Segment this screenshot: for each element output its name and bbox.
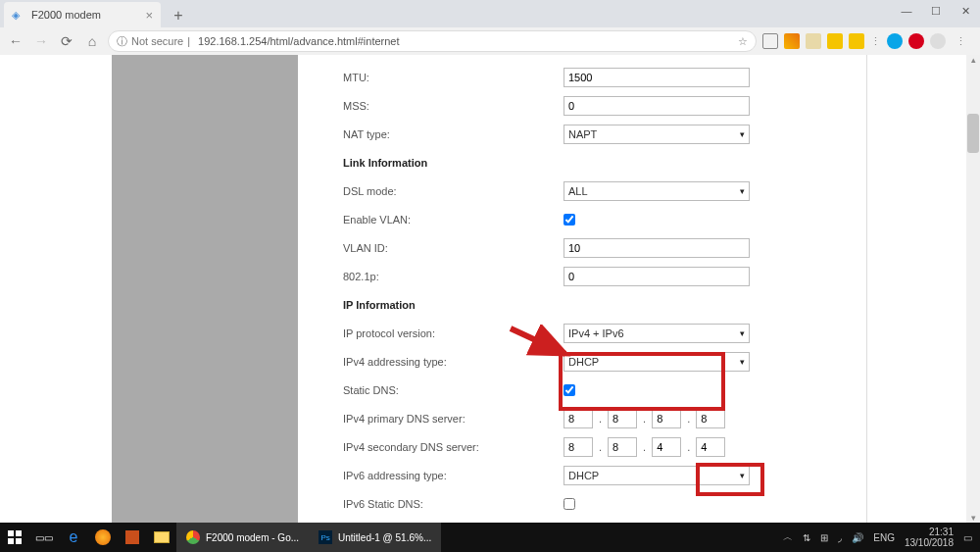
ext-icon-5[interactable] [887,33,903,49]
dropbox-icon[interactable]: ⊞ [820,532,828,543]
dsl-select[interactable]: ALL [564,181,750,201]
lang-indicator[interactable]: ENG [873,532,895,543]
ip-proto-select[interactable]: IPv4 + IPv6 [564,324,750,343]
link-section-header: Link Information [343,157,564,169]
ipv4-sec-oct3[interactable] [652,437,681,457]
nat-select[interactable]: NAPT [564,125,750,144]
vlan-enable-label: Enable VLAN: [343,214,564,226]
sidebar-placeholder [112,55,298,523]
notifications-icon[interactable]: ▭ [963,532,972,543]
firefox-icon[interactable] [88,523,118,552]
mss-label: MSS: [343,100,564,112]
tab-bar: ◈ F2000 modem × + — ☐ ✕ [0,0,980,27]
ipv4-sec-label: IPv4 secondary DNS server: [343,441,564,453]
scrollbar[interactable]: ▴ ▾ [966,55,980,523]
ipv4-secondary-dns: . . . [564,437,725,457]
ipv4-sec-oct1[interactable] [564,437,593,457]
explorer-icon[interactable] [147,523,176,552]
p8021-label: 802.1p: [343,271,564,282]
nat-label: NAT type: [343,128,564,140]
ipv6-static-label: IPv6 Static DNS: [343,498,564,510]
task-view-icon[interactable]: ▭▭ [29,523,59,552]
profile-icon[interactable] [930,33,946,49]
maximize-button[interactable]: ☐ [921,0,951,22]
ipv4-pri-oct4[interactable] [696,409,725,428]
new-tab-button[interactable]: + [167,4,190,27]
taskbar: ▭▭ e F2000 modem - Go... Ps Untitled-1 @… [0,523,980,552]
mss-input[interactable] [564,96,750,116]
dsl-label: DSL mode: [343,185,564,197]
svg-rect-2 [16,530,22,536]
extension-icons: ⋮ ⋮ [762,33,974,49]
ipv6-addr-label: IPv6 addressing type: [343,470,564,481]
clock[interactable]: 21:31 13/10/2018 [905,527,954,548]
url-input[interactable]: ⓘ Not secure | 192.168.1.254/html/advanc… [108,30,757,52]
address-bar: ← → ⟳ ⌂ ⓘ Not secure | 192.168.1.254/htm… [0,27,980,55]
svg-rect-1 [8,530,14,536]
menu-icon[interactable]: ⋮ [952,35,970,48]
ipv4-pri-label: IPv4 primary DNS server: [343,413,564,425]
static-dns-label: Static DNS: [343,384,564,396]
system-tray: ︿ ⇅ ⊞ ◞ 🔊 ENG 21:31 13/10/2018 ▭ [783,527,980,548]
vlan-enable-checkbox[interactable] [564,214,575,226]
scroll-down-icon[interactable]: ▾ [971,513,976,523]
cast-icon[interactable] [762,33,778,49]
ipv4-sec-oct2[interactable] [608,437,637,457]
ext-icon-4[interactable] [849,33,864,49]
ipv4-pri-oct3[interactable] [652,409,681,428]
abp-icon[interactable] [908,33,924,49]
reload-button[interactable]: ⟳ [57,31,76,51]
scroll-thumb[interactable] [967,114,979,153]
forward-button[interactable]: → [31,31,51,51]
settings-form: MTU: MSS: NAT type: NAPT Link Informatio… [323,55,867,523]
vlan-id-input[interactable] [564,238,750,258]
url-text: 192.168.1.254/html/advance.html#internet [198,35,399,47]
page-viewport: MTU: MSS: NAT type: NAPT Link Informatio… [0,55,980,523]
tray-up-icon[interactable]: ︿ [783,530,793,544]
taskbar-chrome[interactable]: F2000 modem - Go... [176,523,309,552]
mtu-input[interactable] [564,68,750,87]
ipv4-pri-oct1[interactable] [564,409,593,428]
browser-tab[interactable]: ◈ F2000 modem × [4,2,161,27]
tab-title: F2000 modem [31,9,101,21]
scroll-up-icon[interactable]: ▴ [971,55,976,65]
ipv4-sec-oct4[interactable] [696,437,725,457]
ext-icon-2[interactable] [806,33,821,49]
minimize-button[interactable]: — [892,0,921,22]
ipv4-addr-select[interactable]: DHCP [564,352,750,372]
volume-icon[interactable]: 🔊 [852,532,863,543]
ipv4-pri-oct2[interactable] [608,409,637,428]
ipv4-addr-label: IPv4 addressing type: [343,356,564,368]
vlan-id-label: VLAN ID: [343,242,564,254]
ext-icon-3[interactable] [827,33,843,49]
app-icon-1[interactable] [118,523,147,552]
star-icon[interactable]: ☆ [738,35,748,48]
ext-dots-icon[interactable]: ⋮ [870,35,881,48]
ext-icon-1[interactable] [784,33,800,49]
tab-favicon-icon: ◈ [12,8,25,22]
taskbar-photoshop[interactable]: Ps Untitled-1 @ 51.6%... [309,523,441,552]
devices-icon[interactable]: ⇅ [803,532,810,543]
svg-rect-3 [8,538,14,544]
wifi-icon[interactable]: ◞ [838,532,842,543]
svg-rect-4 [16,538,22,544]
home-button[interactable]: ⌂ [82,31,102,51]
start-button[interactable] [0,523,29,552]
ip-section-header: IP Information [343,299,564,311]
not-secure-label: ⓘ Not secure | [117,34,190,49]
mtu-label: MTU: [343,72,564,83]
close-window-button[interactable]: ✕ [951,0,980,22]
edge-icon[interactable]: e [59,523,88,552]
browser-chrome: ◈ F2000 modem × + — ☐ ✕ ← → ⟳ ⌂ ⓘ Not se… [0,0,980,55]
ip-proto-label: IP protocol version: [343,327,564,339]
ipv6-static-checkbox[interactable] [564,498,575,510]
p8021-input[interactable] [564,267,750,286]
back-button[interactable]: ← [6,31,25,51]
ipv4-primary-dns: . . . [564,409,725,428]
close-icon[interactable]: × [145,8,153,23]
static-dns-checkbox[interactable] [564,384,575,396]
window-controls: — ☐ ✕ [892,0,980,22]
ipv6-addr-select[interactable]: DHCP [564,466,750,485]
